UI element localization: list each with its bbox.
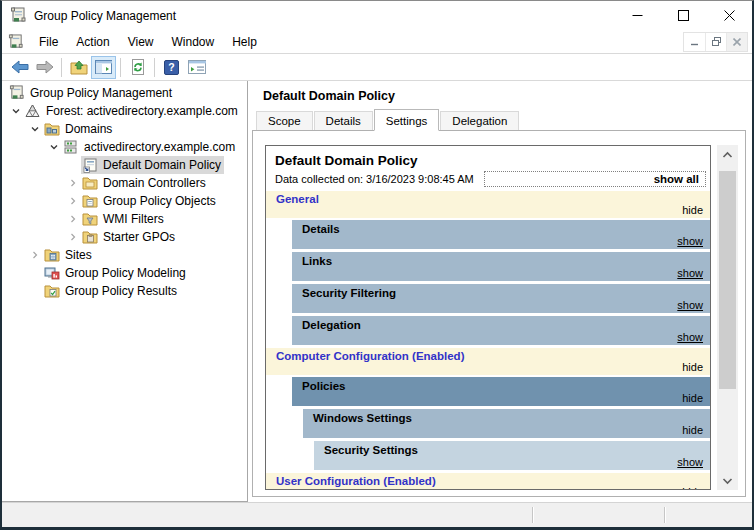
mdi-close-button[interactable] xyxy=(726,33,747,51)
hide-link[interactable]: hide xyxy=(682,424,703,436)
tree-item-label: Forest: activedirectory.example.com xyxy=(46,104,238,118)
tab-details[interactable]: Details xyxy=(314,111,373,130)
hide-link[interactable]: hide xyxy=(682,204,703,216)
forward-button[interactable] xyxy=(32,56,57,79)
domains-folder-icon xyxy=(43,121,60,137)
status-bar xyxy=(2,502,752,527)
tree-item-label: Domains xyxy=(65,122,112,136)
tree-item-domain-activedirectory[interactable]: activedirectory.example.com xyxy=(2,138,247,156)
chevron-collapsed-icon[interactable] xyxy=(27,247,43,263)
show-link[interactable]: show xyxy=(677,267,703,279)
console-app-icon xyxy=(8,34,24,50)
mdi-minimize-button[interactable] xyxy=(684,33,705,51)
svg-text:?: ? xyxy=(168,61,174,73)
domain-servers-icon xyxy=(62,139,79,155)
menu-window[interactable]: Window xyxy=(163,32,224,52)
tree-item-domain-controllers[interactable]: Domain Controllers xyxy=(2,174,247,192)
section-policies: Policies hide xyxy=(292,377,710,406)
menu-file[interactable]: File xyxy=(30,32,67,52)
chevron-collapsed-icon[interactable] xyxy=(65,229,81,245)
tree-item-starter-gpos[interactable]: Starter GPOs xyxy=(2,228,247,246)
vertical-scrollbar[interactable] xyxy=(717,145,738,490)
app-icon xyxy=(10,7,27,24)
console-tree-icon xyxy=(95,60,112,74)
tree-item-label: activedirectory.example.com xyxy=(84,140,235,154)
chevron-collapsed-icon[interactable] xyxy=(65,211,81,227)
scroll-up-button[interactable] xyxy=(717,145,738,164)
mdi-close-icon xyxy=(733,38,741,46)
minimize-button[interactable] xyxy=(614,1,660,30)
back-icon xyxy=(11,60,29,74)
menu-bar: File Action View Window Help xyxy=(2,30,752,54)
show-link[interactable]: show xyxy=(677,235,703,247)
title-bar: Group Policy Management xyxy=(2,1,752,30)
tree-item-label: Group Policy Modeling xyxy=(65,266,186,280)
tree-item-domains[interactable]: Domains xyxy=(2,120,247,138)
help-button[interactable]: ? xyxy=(159,56,184,79)
tree-item-sites[interactable]: Sites xyxy=(2,246,247,264)
action-pane-toggle-button[interactable] xyxy=(184,56,209,79)
details-pane: Default Domain Policy Scope Details Sett… xyxy=(252,81,752,502)
menu-view[interactable]: View xyxy=(119,32,163,52)
console-tree-toggle-button[interactable] xyxy=(91,56,116,79)
tab-scope[interactable]: Scope xyxy=(256,111,313,130)
report-sections: General hide Details show Links show xyxy=(266,191,710,490)
statusbar-separator xyxy=(532,507,533,523)
tree-item-label: Domain Controllers xyxy=(103,176,206,190)
tree-item-group-policy-modeling[interactable]: Group Policy Modeling xyxy=(2,264,247,282)
modeling-icon xyxy=(43,265,60,281)
tab-settings[interactable]: Settings xyxy=(374,109,440,131)
mdi-restore-button[interactable] xyxy=(705,33,726,51)
scrollbar-thumb[interactable] xyxy=(719,171,736,389)
show-all-button[interactable]: show all xyxy=(484,171,706,187)
mdi-minimize-icon xyxy=(691,38,699,46)
section-label: User Configuration (Enabled) xyxy=(266,473,710,487)
report-title: Default Domain Policy xyxy=(266,146,710,169)
menu-action[interactable]: Action xyxy=(67,32,118,52)
tab-delegation[interactable]: Delegation xyxy=(440,111,519,130)
tree-item-label: Group Policy Objects xyxy=(103,194,216,208)
menu-help[interactable]: Help xyxy=(223,32,266,52)
help-icon: ? xyxy=(164,60,179,75)
refresh-button[interactable] xyxy=(125,56,150,79)
section-label: Links xyxy=(292,252,710,267)
chevron-expanded-icon[interactable] xyxy=(8,103,24,119)
toolbar-separator xyxy=(154,58,155,77)
section-label: Computer Configuration (Enabled) xyxy=(266,348,710,362)
tree-item-wmi-filters[interactable]: WMI Filters xyxy=(2,210,247,228)
toolbar-separator xyxy=(120,58,121,77)
tree-item-forest[interactable]: Forest: activedirectory.example.com xyxy=(2,102,247,120)
tree-item-label: Group Policy Results xyxy=(65,284,177,298)
back-button[interactable] xyxy=(7,56,32,79)
refresh-icon xyxy=(130,59,146,75)
up-one-level-button[interactable] xyxy=(66,56,91,79)
tree-item-group-policy-objects[interactable]: Group Policy Objects xyxy=(2,192,247,210)
tree-item-group-policy-management[interactable]: Group Policy Management xyxy=(2,84,247,102)
statusbar-separator xyxy=(664,507,665,523)
wmi-filter-folder-icon xyxy=(81,211,98,227)
starter-gpo-folder-icon xyxy=(81,229,98,245)
tree-item-group-policy-results[interactable]: Group Policy Results xyxy=(2,282,247,300)
close-button[interactable] xyxy=(706,1,752,30)
chevron-collapsed-icon[interactable] xyxy=(65,193,81,209)
hide-link[interactable]: hide xyxy=(682,392,703,404)
section-label: Details xyxy=(292,220,710,235)
minimize-icon xyxy=(632,10,643,21)
mdi-restore-icon xyxy=(712,37,721,46)
tree-item-default-domain-policy[interactable]: Default Domain Policy xyxy=(2,156,247,174)
hide-link[interactable]: hide xyxy=(682,361,703,373)
console-tree-pane: Group Policy Management Forest: activedi… xyxy=(2,81,248,502)
section-windows-settings: Windows Settings hide xyxy=(303,409,710,438)
gpo-folder-icon xyxy=(81,193,98,209)
show-link[interactable]: show xyxy=(677,299,703,311)
chevron-expanded-icon[interactable] xyxy=(27,121,43,137)
chevron-collapsed-icon[interactable] xyxy=(65,175,81,191)
chevron-expanded-icon[interactable] xyxy=(46,139,62,155)
show-link[interactable]: show xyxy=(677,456,703,468)
hide-link[interactable]: hide xyxy=(682,486,703,490)
show-link[interactable]: show xyxy=(677,331,703,343)
maximize-button[interactable] xyxy=(660,1,706,30)
scroll-down-button[interactable] xyxy=(717,471,738,490)
section-user-configuration: User Configuration (Enabled) hide xyxy=(266,473,710,490)
tab-strip: Scope Details Settings Delegation xyxy=(252,109,752,130)
